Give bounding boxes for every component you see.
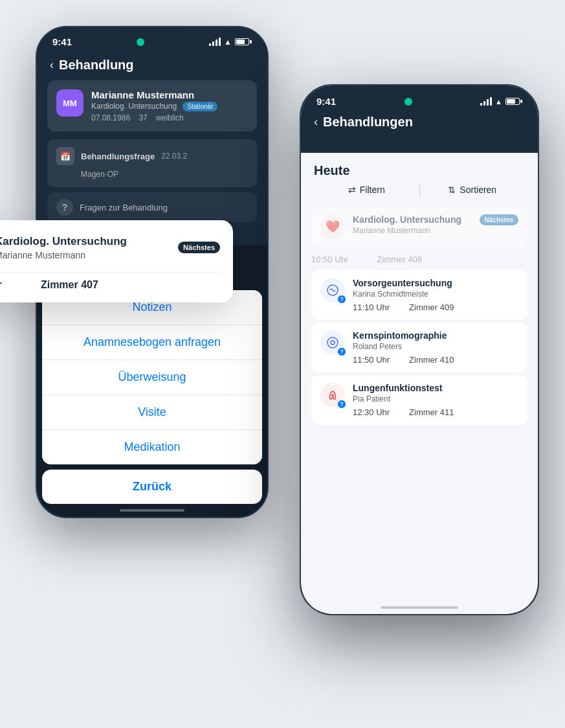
patient-name: Marianne Mustermann [91, 89, 194, 100]
front-status-icons: ▲ [480, 97, 522, 106]
lungen-room: Zimmer 411 [409, 407, 454, 417]
lungen-time: 12:30 Uhr [353, 407, 390, 417]
today-label: Heute [314, 163, 350, 178]
calendar-icon: 📅 [56, 147, 74, 165]
kernspinn-room: Zimmer 410 [409, 355, 454, 365]
vorsorge-patient: Karina Schmidtmeiste [353, 290, 518, 299]
front-battery-icon [505, 98, 522, 105]
front-signal-icon [480, 97, 492, 106]
questions-row[interactable]: ? Fragen zur Behandlung [47, 192, 257, 222]
kernspinn-name: Kernspintomographie [353, 330, 518, 341]
lungen-patient: Pia Patient [353, 394, 518, 404]
naechstes-label-blurred: Nächstes [480, 214, 518, 225]
popup-title: Kardiolog. Untersuchung [0, 235, 127, 248]
back-header: ‹ Behandlung [37, 52, 267, 80]
vorsorge-time: 11:10 Uhr [353, 302, 390, 312]
filter-button[interactable]: ⇄ Filtern [314, 185, 419, 195]
back-time: 9:41 [52, 36, 72, 47]
questions-label: Fragen zur Behandlung [80, 203, 168, 212]
status-bar-back: 9:41 ▲ [37, 27, 267, 52]
blurred-treatment-name: Kardiolog. Untersuchung [353, 214, 461, 225]
blurred-cardio-icon: ❤️ [320, 214, 345, 239]
treatment-sub: Magen-OP [81, 170, 118, 179]
sort-icon: ⇅ [448, 185, 456, 195]
blurred-time: 10:50 Uhr [311, 255, 348, 264]
stationaer-badge: Stationär [183, 102, 217, 111]
popup-card[interactable]: ? Kardiolog. Untersuchung Marianne Muste… [0, 220, 233, 302]
sort-button[interactable]: ⇅ Sortieren [420, 185, 526, 195]
kernspinn-patient: Roland Peters [353, 342, 518, 351]
scene: 9:41 ▲ ‹ [0, 0, 565, 728]
kernspinn-q-badge: ? [337, 347, 346, 356]
back-home-indicator [120, 509, 184, 512]
vorsorge-name: Vorsorgeuntersuchung [353, 278, 518, 288]
front-home-indicator [381, 606, 458, 609]
treatment-label: Behandlungsfrage [81, 152, 155, 161]
popup-naechstes-badge: Nächstes [178, 242, 220, 253]
status-bar-front: 9:41 ▲ [301, 85, 538, 112]
action-ueberweisung[interactable]: Überweisung [42, 360, 262, 395]
popup-room: Zimmer 407 [41, 279, 98, 291]
front-notch [404, 98, 412, 106]
blurred-top-item: ❤️ Kardiolog. Untersuchung Marianne Must… [311, 207, 527, 247]
front-body: Heute ⇄ Filtern ⇅ Sortieren ❤️ [301, 153, 538, 425]
treatment-question-row[interactable]: 📅 Behandlungsfrage 22.03.2 Magen-OP [47, 139, 257, 187]
patient-department: Kardiolog. Untersuchung [91, 102, 177, 111]
front-page-title: Behandlungen [323, 115, 413, 130]
patient-meta: 07.08.1986 37 weiblich [91, 113, 248, 122]
filter-row: ⇄ Filtern ⇅ Sortieren [301, 183, 538, 204]
popup-time: 10:30 Uhr [0, 279, 2, 291]
back-notch [137, 38, 144, 46]
section-header: Heute [301, 153, 538, 183]
back-page-title: Behandlung [59, 58, 134, 73]
front-top-dark: 9:41 ▲ [301, 85, 538, 153]
back-chevron-icon[interactable]: ‹ [50, 58, 54, 72]
action-back-button[interactable]: Zurück [42, 470, 262, 504]
treatment-lungen[interactable]: ? Lungenfunktionstest Pia Patient 12:30 … [311, 375, 527, 425]
front-time: 9:41 [316, 96, 336, 107]
action-sheet-container: Notizen Anamnesebogen anfragen Überweisu… [42, 290, 262, 517]
back-status-icons: ▲ [209, 38, 252, 47]
battery-icon [235, 38, 252, 45]
treatment-kernspinn[interactable]: ? Kernspintomographie Roland Peters 11:5… [311, 323, 527, 372]
kernspinn-time: 11:50 Uhr [353, 355, 390, 365]
lungen-name: Lungenfunktionstest [353, 383, 518, 393]
wifi-icon: ▲ [224, 38, 232, 47]
patient-age: 37 [138, 113, 147, 122]
filter-label: Filtern [360, 185, 385, 195]
patient-dob: 07.08.1986 [91, 113, 130, 122]
action-anamnesebogen[interactable]: Anamnesebogen anfragen [42, 325, 262, 360]
front-header: ‹ Behandlungen [301, 112, 538, 140]
vorsorge-q-badge: ? [337, 295, 346, 304]
patient-info: Marianne Mustermann Kardiolog. Untersuch… [91, 89, 248, 122]
vorsorge-room: Zimmer 409 [409, 302, 454, 312]
patient-card[interactable]: MM Marianne Mustermann Kardiolog. Unters… [47, 80, 257, 131]
popup-patient: Marianne Mustermann [0, 250, 127, 260]
popup-room-item: Zimmer 407 [41, 279, 98, 291]
question-icon: ? [56, 199, 73, 216]
treatment-vorsorge[interactable]: ? Vorsorgeuntersuchung Karina Schmidtmei… [311, 270, 527, 320]
svg-point-2 [331, 341, 335, 345]
action-sheet-items: Notizen Anamnesebogen anfragen Überweisu… [42, 290, 262, 464]
front-wifi-icon: ▲ [495, 98, 502, 106]
blurred-patient-name: Marianne Mustermann [353, 226, 461, 235]
action-medikation[interactable]: Medikation [42, 430, 262, 464]
phone-front: 9:41 ▲ [300, 84, 539, 615]
popup-details: 10:30 Uhr Zimmer 407 [0, 272, 220, 291]
sort-label: Sortieren [460, 185, 496, 195]
front-back-chevron[interactable]: ‹ [314, 115, 318, 129]
svg-point-1 [327, 337, 338, 348]
filter-icon: ⇄ [348, 185, 356, 195]
blurred-time-row: 10:50 Uhr Zimmer 408 [301, 249, 538, 267]
signal-icon [209, 38, 221, 46]
lungen-q-badge: ? [337, 400, 346, 409]
blurred-room: Zimmer 408 [377, 255, 422, 264]
patient-gender: weiblich [156, 113, 184, 122]
popup-time-item: 10:30 Uhr [0, 279, 2, 291]
treatment-date: 22.03.2 [161, 152, 187, 161]
patient-avatar: MM [56, 89, 83, 117]
popup-top: ? Kardiolog. Untersuchung Marianne Muste… [0, 232, 220, 263]
action-visite[interactable]: Visite [42, 395, 262, 430]
